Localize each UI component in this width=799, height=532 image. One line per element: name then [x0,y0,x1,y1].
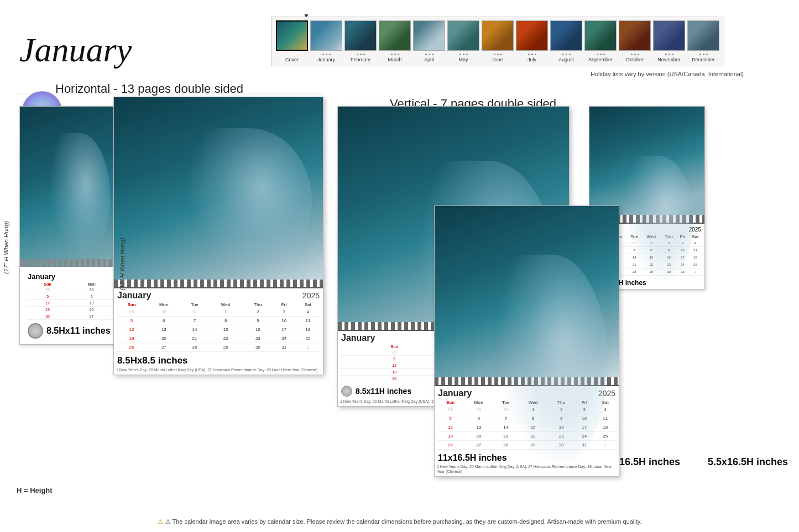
r4c2: 20 [147,334,181,343]
cal-year-main: 2025 [302,291,320,300]
thumb-img-august [550,20,582,51]
thumb-dots [665,52,673,56]
r2c7: 11 [295,317,321,325]
thumb-label-september: September [588,57,613,62]
thumb-label-april: April [424,57,434,62]
cal-month-header-small: January [24,270,117,282]
cell-6: 13 [69,300,114,307]
thumbnail-april[interactable]: April [413,20,445,62]
thumb-img-september [584,20,617,51]
r1c3: 31 [181,308,208,317]
size-row-main: 8.5Hx8.5 inches [114,354,323,367]
head-mon: Mon [147,302,181,308]
thumbnail-may[interactable]: May [447,20,479,62]
r4c1: 19 [116,334,147,343]
dim-label-small: (17" H When Hung) [3,221,9,274]
mermaid-figure-1 [49,133,110,261]
rbc9: 6 [464,414,493,423]
rbc23: 20 [464,432,493,441]
thumbnail-july[interactable]: July [516,20,548,62]
r4c4: 22 [208,334,243,343]
thumb-img-cover [276,20,308,51]
thumbnail-december[interactable]: December [687,20,719,62]
rbc2: 30 [464,405,493,414]
thumbnail-january[interactable]: January [310,20,342,62]
cal-month-vlarge: January [341,333,375,343]
col-mon-small: Mon [69,282,114,287]
r4c3: 21 [181,334,208,343]
spiral-top-1 [20,259,121,267]
r3c1: 12 [116,325,147,334]
head-thu: Thu [243,302,273,308]
coin-icon-small [28,323,43,339]
thumbnail-march[interactable]: March [379,20,411,62]
cell-2: 30 [69,287,114,293]
calendar-image-horizontal-small [20,107,121,267]
cal-month-header-main: January 2025 [114,288,323,302]
r5c6: 31 [273,343,295,352]
thumb-dots [699,52,708,56]
thumb-label-december: December [692,57,715,62]
head-wed: Wed [208,302,243,308]
thumb-label-may: May [458,57,468,62]
r3c7: 18 [295,325,321,334]
rbh-mon: Mon [464,399,493,405]
holidays-text-main: 1 New Year's Day; 20 Martin Luther King … [114,367,323,375]
size-badge-vertical-small: 5.5x16.5H inches [708,456,788,468]
thumb-dots [562,52,571,56]
thumbnail-june[interactable]: June [482,20,514,62]
r2c1: 5 [116,317,147,325]
r2c4: 8 [208,317,243,325]
thumbnail-september[interactable]: September [584,20,617,62]
horizontal-label: Horizontal - 13 pages double sided [55,82,243,96]
head-fri: Fri [273,302,295,308]
thumb-dots [631,52,639,56]
r2c3: 7 [181,317,208,325]
thumb-label-cover: Cover [285,57,299,62]
thumbnail-cover[interactable]: Cover [276,20,308,62]
thumb-label-august: August [558,57,574,62]
thumbnail-strip: CoverJanuaryFebruaryMarchAprilMayJuneJul… [271,17,724,66]
h-equals-label: H = Height [17,486,53,494]
cal-grid-wrap-main: Sun Mon Tue Wed Thu Fri Sat 2930311234 5… [114,302,323,354]
thumb-dots [459,52,468,56]
rbc16: 13 [464,423,493,432]
rtc35: 1 [688,268,702,276]
cell-8: 20 [69,307,114,313]
cell-1: 29 [27,287,69,293]
thumb-dots [357,52,365,56]
rbc22: 19 [437,432,464,441]
rtc14: 11 [688,247,702,254]
rbc8: 5 [437,414,464,423]
cell-10: 27 [69,313,114,320]
r3c2: 13 [147,325,181,334]
r3c3: 14 [181,325,208,334]
thumb-dots [528,52,536,56]
thumbnail-october[interactable]: October [619,20,651,62]
thumbnail-february[interactable]: February [344,20,377,62]
holiday-note: Holiday lists vary by version (USA/Canad… [591,71,744,77]
thumb-img-october [619,20,651,51]
spiral-bottom-main [114,280,323,288]
calendar-horizontal-main: January 2025 Sun Mon Tue Wed Thu Fri Sat [113,97,323,375]
thumb-label-january: January [317,57,335,62]
thumb-img-june [482,20,514,51]
thumbnails-row: CoverJanuaryFebruaryMarchAprilMayJuneJul… [276,20,719,62]
thumbnail-november[interactable]: November [653,20,685,62]
cal-table-main: Sun Mon Tue Wed Thu Fri Sat 2930311234 5… [116,302,321,352]
thumbnail-august[interactable]: August [550,20,582,62]
cal-content-small: January Sun Mon 2930 56 1213 1920 2627 [20,267,121,344]
calendar-image-right-bottom [435,206,619,377]
r5c1: 26 [116,343,147,352]
rtc28: 25 [688,261,702,268]
thumb-img-april [413,20,445,51]
thumb-dots [597,52,605,56]
thumb-img-november [653,20,685,51]
thumb-dots [494,52,502,56]
r1c7: 4 [295,308,321,317]
r5c3: 28 [181,343,208,352]
thumb-label-february: February [351,57,370,62]
cal-grid-wrap-small: Sun Mon 2930 56 1213 1920 2627 [24,282,117,322]
thumb-label-july: July [528,57,536,62]
r1c1: 29 [116,308,147,317]
